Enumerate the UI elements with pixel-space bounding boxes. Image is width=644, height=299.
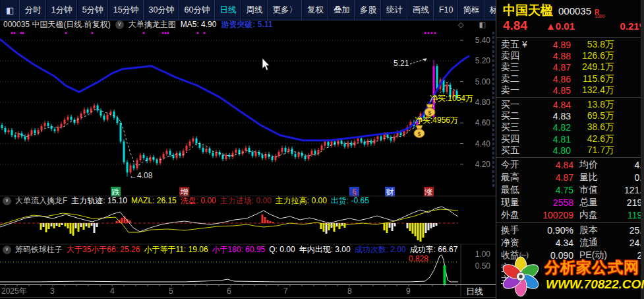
stat-row: 今开4.84均价4.8 <box>496 159 644 172</box>
stock-code: 000035 <box>558 5 591 17</box>
stat-row: 最高4.87量比0.4 <box>496 172 644 184</box>
watermark-site-name: 分析家公式网 <box>544 257 639 278</box>
header-field: 出货: -0.65 <box>331 196 369 205</box>
event-marker: 财 <box>385 187 395 197</box>
stat-row: 外盘100209内盘1190 <box>496 209 644 222</box>
svg-text:↓: ↓ <box>384 130 388 139</box>
header-field: 小于180: 60.95 <box>212 245 266 254</box>
svg-text:增: 增 <box>181 187 189 197</box>
ma-blue-line <box>0 39 469 140</box>
svg-text:0.828: 0.828 <box>409 254 428 263</box>
mouse-cursor <box>262 58 270 71</box>
ask-row[interactable]: 卖五 ¥4.8953.8万 <box>496 39 644 50</box>
price-change: ▲0.01 <box>546 20 575 32</box>
header-field: 年内出现: 3.00 <box>299 245 351 254</box>
bid-row[interactable]: 买三4.8238.6万 <box>496 122 644 133</box>
header-field: 洗盘: 0.00 <box>181 196 216 205</box>
svg-text:$: $ <box>428 110 431 116</box>
margin-tag: R1000 <box>595 11 605 18</box>
header-field: 筹码铁球柱子 <box>15 245 63 254</box>
order-book: 卖五 ¥4.8953.8万卖四4.88126.6万卖三4.87249.1万卖二4… <box>496 37 644 287</box>
header-field: 成功次数: 2.00 <box>355 245 406 254</box>
svg-text:4.80: 4.80 <box>475 98 491 107</box>
svg-text:8: 8 <box>347 286 352 296</box>
svg-text:←4.08: ←4.08 <box>129 171 153 180</box>
header-field: 主力拉高: 0.00 <box>276 196 327 205</box>
stat-row: 现量2558总量2192 <box>496 197 644 209</box>
chart-canvas[interactable]: 5.405.205.004.804.604.404.20$$5.21净买:105… <box>0 0 496 299</box>
bid-row[interactable]: 买五4.8071.7万 <box>496 145 644 156</box>
svg-text:涨: 涨 <box>424 187 433 197</box>
bid-row[interactable]: 买一4.8413.8万 <box>496 99 644 110</box>
chevron-down-icon[interactable]: ∨ <box>3 197 11 205</box>
header-field: MAZL: 26.15 <box>131 196 177 205</box>
svg-text:财: 财 <box>386 187 394 197</box>
event-marker: 增 <box>179 187 189 197</box>
ask-row[interactable]: 卖三4.87249.1万 <box>496 62 644 73</box>
app-window: ◧分时1分钟5分钟15分钟30分钟60分钟日线周线更多〉复权叠加多股统计画线F1… <box>0 0 644 299</box>
svg-text:7: 7 <box>283 286 288 296</box>
svg-text:5.00: 5.00 <box>475 77 491 86</box>
svg-text:5.20: 5.20 <box>475 56 491 65</box>
header-field: Q: 0.00 <box>269 245 295 254</box>
stat-row: 净资4.34流通24.3 <box>496 237 644 249</box>
svg-text:净买:4956万: 净买:4956万 <box>415 116 458 125</box>
event-marker: 涨 <box>424 187 434 197</box>
svg-text:§: § <box>352 187 357 197</box>
bid-row[interactable]: 买四4.8142.6万 <box>496 133 644 145</box>
stat-row: 最低4.75市值121.0 <box>496 184 644 197</box>
svg-text:跌: 跌 <box>112 187 120 197</box>
svg-text:4.40: 4.40 <box>475 139 491 149</box>
ask-row[interactable]: 卖四4.88126.6万 <box>496 50 644 61</box>
svg-text:4.60: 4.60 <box>475 118 491 127</box>
svg-text:4: 4 <box>110 286 115 296</box>
svg-text:5.21: 5.21 <box>394 59 409 68</box>
header-field: 主力轨迹: 15.10 <box>71 196 127 205</box>
pane2-header: ∨筹码铁球柱子大于35小于66: 25.26小于等于11: 19.06小于180… <box>0 245 498 254</box>
chevron-down-icon[interactable]: ∨ <box>3 246 11 254</box>
watermark-url: WWW.70822.COM6 <box>546 277 644 292</box>
last-price: 4.84 <box>503 18 527 33</box>
header-field: 成功率: 66.67 <box>410 245 458 254</box>
header-field: 大于35小于66: 25.26 <box>67 245 140 254</box>
svg-text:5: 5 <box>169 286 173 296</box>
svg-text:5.40: 5.40 <box>475 36 491 45</box>
money-bag-icon: $ <box>414 125 424 138</box>
event-marker: 跌 <box>111 187 121 197</box>
watermark: 分析家公式网 WWW.70822.COM6 <box>496 253 644 299</box>
svg-text:9: 9 <box>406 286 411 296</box>
bid-row[interactable]: 买二4.8369.5万 <box>496 110 644 121</box>
pane1-header: ∨大单流入擒龙F主力轨迹: 15.10MAZL: 26.15洗盘: 0.00主力… <box>0 196 498 205</box>
ask-row[interactable]: 卖二4.86115.6万 <box>496 73 644 84</box>
svg-text:0.50: 0.50 <box>475 261 491 271</box>
svg-text:净买:1054万: 净买:1054万 <box>430 94 473 103</box>
event-marker: § <box>349 187 359 197</box>
ask-row[interactable]: 卖一4.85132.4万 <box>496 85 644 96</box>
period-label: 日线 <box>466 286 483 296</box>
svg-text:3: 3 <box>50 286 55 296</box>
stock-name-row: 中国天楹 000035 R1000 <box>496 0 644 18</box>
svg-text:2025年: 2025年 <box>1 286 27 296</box>
stock-name: 中国天楹 <box>503 2 553 19</box>
svg-text:$: $ <box>417 131 421 137</box>
svg-text:6: 6 <box>227 286 231 296</box>
flower-logo-icon <box>499 255 542 298</box>
header-field: 大单流入擒龙F <box>15 196 67 205</box>
svg-text:4.20: 4.20 <box>475 160 491 169</box>
header-field: 小于等于11: 19.06 <box>144 245 208 254</box>
stat-row: 换手0.90%股本25.0 <box>496 224 644 237</box>
price-row: 4.84 ▲0.01 0.21% <box>496 18 644 36</box>
header-field: 主力进场: 0.00 <box>220 196 272 205</box>
